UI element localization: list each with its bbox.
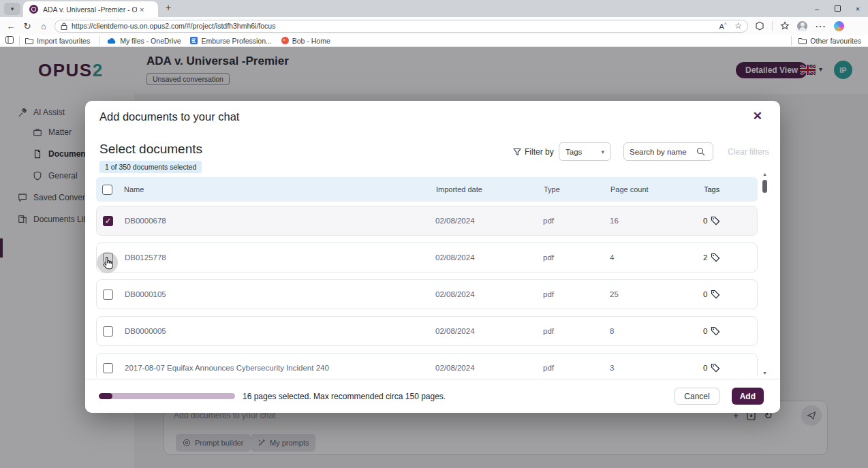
row-checkbox[interactable]	[103, 290, 113, 300]
copilot-icon[interactable]	[834, 21, 844, 31]
mouse-cursor	[97, 252, 120, 275]
browser-tab[interactable]: ADA v. Universal -Premier - Opus ×	[23, 1, 158, 17]
tag-count: 0	[703, 290, 707, 298]
select-all-checkbox[interactable]	[102, 185, 112, 195]
column-header-name: Name	[124, 185, 436, 193]
document-name: DB0000005	[125, 327, 435, 335]
tab-actions-button[interactable]: ▾	[4, 3, 20, 15]
toolbar-divider	[772, 21, 773, 31]
favourite-star-icon[interactable]: ☆	[734, 21, 742, 31]
tag-icon	[711, 253, 720, 262]
url-text: https://clientdemo-us.on.opus2.com/#/pro…	[72, 22, 719, 30]
document-name: DB0000105	[125, 290, 435, 298]
pages-progress-bar	[99, 393, 235, 399]
document-type: pdf	[543, 364, 610, 372]
imported-date: 02/08/2024	[435, 290, 543, 298]
table-row[interactable]: 2017-08-07 Equifax Announces Cybersecuri…	[96, 353, 758, 377]
table-row[interactable]: ✓ DB0000678 02/08/2024 pdf 16 0	[96, 206, 758, 236]
cancel-button[interactable]: Cancel	[675, 388, 719, 405]
page-count: 16	[610, 217, 703, 225]
tag-count: 0	[703, 217, 707, 225]
imported-date: 02/08/2024	[435, 327, 543, 335]
opus-favicon-icon	[29, 5, 38, 14]
folder-icon	[799, 37, 807, 44]
search-icon[interactable]	[696, 147, 705, 156]
url-bar[interactable]: https://clientdemo-us.on.opus2.com/#/pro…	[55, 20, 748, 33]
tag-icon	[711, 290, 720, 299]
refresh-icon[interactable]: ↻	[19, 21, 35, 31]
browser-essentials-icon[interactable]	[755, 21, 764, 31]
page-count: 4	[610, 253, 703, 262]
bookmarks-bar: Import favourites My files - OneDrive Em…	[0, 35, 868, 47]
bookmark-import-favourites[interactable]: Import favourites	[25, 37, 90, 45]
document-name: 2017-08-07 Equifax Announces Cybersecuri…	[125, 364, 435, 372]
close-icon[interactable]: ✕	[753, 110, 762, 122]
row-checkbox[interactable]: ✓	[103, 216, 113, 226]
document-type: pdf	[543, 327, 610, 335]
table-scrollbar[interactable]: ▲ ▼	[761, 172, 769, 377]
page-count: 25	[610, 290, 703, 298]
tag-icon	[711, 326, 720, 336]
tags-filter-select[interactable]: Tags ▾	[559, 142, 611, 161]
lock-icon	[61, 22, 67, 30]
clear-filters-button[interactable]: Clear filters	[728, 147, 769, 157]
restore-button[interactable]	[827, 0, 848, 17]
hand-pointer-icon	[101, 256, 116, 272]
filter-by-label: Filter by	[513, 147, 554, 157]
column-header-page-count: Page count	[610, 185, 704, 193]
page-count: 8	[610, 327, 703, 335]
onedrive-cloud-icon	[107, 37, 117, 44]
column-header-tags: Tags	[704, 185, 758, 193]
imported-date: 02/08/2024	[435, 253, 543, 262]
page-count: 3	[610, 364, 703, 372]
browser-tab-strip: ▾ ADA v. Universal -Premier - Opus × + –…	[0, 0, 868, 17]
document-name: DB0000678	[125, 217, 435, 225]
document-list: ✓ DB0000678 02/08/2024 pdf 16 0 DB012577…	[96, 206, 758, 377]
bookmark-onedrive[interactable]: My files - OneDrive	[107, 37, 181, 45]
table-row[interactable]: DB0000105 02/08/2024 pdf 25 0	[96, 279, 758, 309]
imported-date: 02/08/2024	[435, 364, 543, 372]
modal-title: Add documents to your chat	[99, 110, 239, 123]
row-checkbox[interactable]	[103, 326, 113, 337]
add-documents-modal: Add documents to your chat ✕ Select docu…	[85, 101, 780, 413]
document-type: pdf	[543, 290, 610, 298]
filter-funnel-icon	[513, 148, 521, 156]
table-row[interactable]: DB0125778 02/08/2024 pdf 4 2	[96, 243, 758, 272]
home-icon[interactable]: ⌂	[35, 21, 52, 31]
table-row[interactable]: DB0000005 02/08/2024 pdf 8 0	[96, 316, 758, 346]
profile-avatar-icon[interactable]	[797, 21, 807, 31]
bookmarks-divider-right	[791, 36, 792, 46]
bookmark-bob-home[interactable]: Bob - Home	[281, 37, 330, 45]
application-window: ▾ ADA v. Universal -Premier - Opus × + –…	[0, 0, 868, 468]
scroll-up-icon[interactable]: ▲	[761, 172, 769, 176]
back-icon[interactable]: ←	[3, 21, 19, 31]
other-favourites[interactable]: Other favourites	[799, 37, 861, 45]
scrollbar-thumb[interactable]	[762, 180, 767, 193]
scroll-down-icon[interactable]: ▼	[761, 371, 769, 375]
read-aloud-icon[interactable]: A^	[719, 22, 727, 31]
column-header-type: Type	[544, 185, 610, 193]
pages-selected-status: 16 pages selected. Max recommended circa…	[243, 392, 675, 401]
document-type: pdf	[543, 253, 610, 262]
sidebar-toggle-icon[interactable]	[5, 36, 14, 45]
settings-menu-icon[interactable]: ⋯	[815, 20, 826, 33]
bookmarks-divider-2	[99, 36, 100, 46]
minimize-button[interactable]: –	[807, 0, 827, 17]
table-header-row: Name Imported date Type Page count Tags	[96, 177, 758, 202]
tag-icon	[711, 216, 720, 225]
add-button[interactable]: Add	[732, 388, 764, 405]
favourites-bar-icon[interactable]	[780, 21, 790, 31]
close-window-button[interactable]: ×	[848, 0, 868, 17]
tag-count: 0	[703, 364, 707, 372]
tab-title: ADA v. Universal -Premier - Opus	[43, 5, 137, 14]
chevron-down-icon: ▾	[601, 149, 604, 155]
row-checkbox[interactable]	[103, 363, 113, 373]
tab-close-icon[interactable]: ×	[140, 5, 144, 14]
bookmark-emburse[interactable]: Emburse Profession...	[190, 37, 271, 45]
document-type: pdf	[543, 217, 610, 225]
window-controls: – ×	[807, 0, 868, 17]
new-tab-button[interactable]: +	[166, 2, 171, 13]
tag-count: 2	[703, 253, 707, 262]
search-input[interactable]	[630, 148, 692, 156]
tag-icon	[711, 363, 720, 373]
